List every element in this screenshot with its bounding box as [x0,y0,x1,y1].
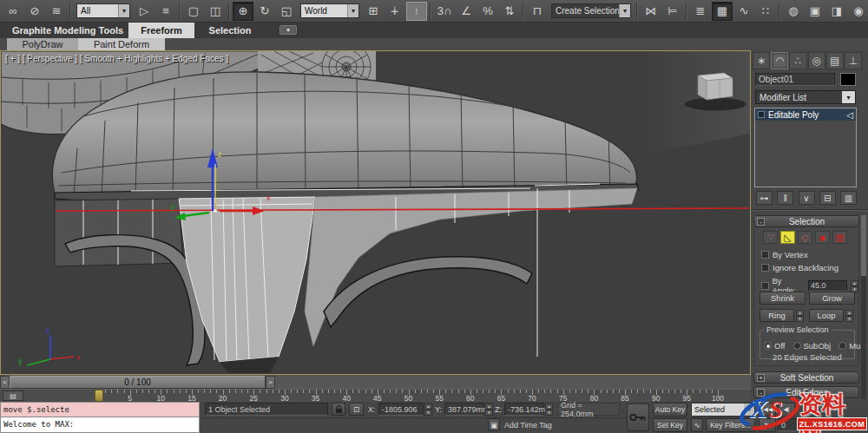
default-tangent-button[interactable]: ∿ [691,418,703,432]
spinner-snap-icon[interactable]: ⇅ [499,2,520,21]
modifier-list-dropdown[interactable]: Modifier List ▾ [755,90,856,104]
select-and-link-icon[interactable]: ∞ [3,2,23,21]
collapse-icon[interactable]: - [757,218,765,226]
spinner-up-icon[interactable]: ▴ [485,403,493,410]
spinner-down-icon[interactable]: ▾ [424,410,432,416]
ring-button[interactable]: Ring [760,309,794,322]
motion-tab[interactable]: ◎ [808,52,825,69]
select-by-name-icon[interactable]: ≡ [155,2,176,21]
y-coordinate-field[interactable]: 387.079mm [444,403,484,416]
bind-to-space-warp-icon[interactable]: ≋ [46,2,67,21]
render-setup-icon[interactable]: ▣ [805,2,825,21]
polygon-subobject-icon[interactable]: ■ [815,231,830,244]
select-and-manipulate-icon[interactable]: ∔ [385,2,405,21]
time-slider-handle[interactable] [95,390,103,402]
set-keys-button[interactable] [627,403,649,431]
spinner[interactable]: ▴▾ [424,403,432,415]
grow-button[interactable]: Grow [809,292,855,305]
snaps-toggle-icon[interactable]: 3∩ [434,2,455,21]
show-in-viewport-icon[interactable]: ◁ [846,110,853,120]
viewport-canvas[interactable]: z x y z x y [1,51,750,374]
show-end-result-icon[interactable]: ‖ [777,191,793,205]
configure-modifier-sets-icon[interactable]: ▥ [840,191,857,205]
ignore-backfacing-checkbox[interactable] [761,264,769,272]
spinner[interactable]: ▴▾ [845,310,853,321]
select-and-move-icon[interactable]: ⊕ [233,2,253,21]
ribbon-panel-tab-paint-deform[interactable]: Paint Deform [78,38,165,50]
ribbon-tab-freeform[interactable]: Freeform [128,23,194,38]
rollout-selection[interactable]: - Selection [753,215,859,227]
rect-selection-region-icon[interactable]: ▢ [183,2,204,21]
maxscript-listener-line1[interactable]: move $.selecte [0,402,200,417]
chevron-down-icon[interactable]: ▾ [842,91,855,103]
perspective-viewport[interactable]: [ + ] [ Perspective ] [ Smooth + Highlig… [0,50,751,375]
spinner-down-icon[interactable]: ▾ [485,410,493,416]
pin-stack-icon[interactable]: ⊶ [756,191,773,205]
layer-manager-icon[interactable]: ≣ [690,2,711,21]
rendered-frame-icon[interactable]: ◨ [826,2,847,21]
z-coordinate-field[interactable]: -736.142m [504,403,544,416]
material-editor-icon[interactable]: ◍ [783,2,804,21]
graphite-ribbon-toggle-icon[interactable]: ▦ [712,2,733,21]
viewport-label[interactable]: [ + ] [ Perspective ] [ Smooth + Highlig… [5,54,228,63]
by-vertex-checkbox[interactable] [761,251,769,259]
render-production-icon[interactable]: ◉ [848,2,868,21]
chevron-down-icon[interactable]: ▾ [118,4,129,17]
percent-snap-icon[interactable]: % [477,2,498,21]
previous-frame-arrow[interactable]: < [0,376,10,389]
maxscript-listener-line2[interactable]: Welcome to MAX: [0,417,200,433]
remove-modifier-icon[interactable]: ⊟ [819,191,836,205]
spinner[interactable]: ▴▾ [851,280,858,292]
time-slider[interactable]: 0 / 100 [10,376,266,389]
spinner-up-icon[interactable]: ▴ [424,403,432,410]
angle-snap-icon[interactable]: ∠ [456,2,477,21]
add-time-tag[interactable]: Add Time Tag [504,421,552,430]
chevron-down-icon[interactable]: ▾ [619,4,630,17]
track-bar[interactable]: ▤ 05101520253035404550556065707580859095… [0,389,751,402]
spinner-up-icon[interactable]: ▴ [545,403,553,410]
spinner[interactable]: ▴▾ [545,403,553,415]
chevron-down-icon[interactable]: ▾ [347,4,358,17]
ribbon-tab-graphite-modeling-tools[interactable]: Graphite Modeling Tools [7,23,128,38]
spinner[interactable]: ▴▾ [485,403,493,415]
modifier-stack[interactable]: Editable Poly◁ [754,108,857,187]
x-coordinate-field[interactable]: -1805.906 [378,403,424,416]
preview-radio-off[interactable]: Off [764,341,786,351]
modifier-stack-item[interactable]: Editable Poly◁ [755,108,856,121]
by-vertex-row[interactable]: By Vertex [761,250,808,259]
ribbon-tab-selection[interactable]: Selection [194,23,266,38]
auto-key-button[interactable]: Auto Key [653,403,687,417]
curve-editor-icon[interactable]: ∿ [733,2,754,21]
radio-icon[interactable] [764,342,772,350]
spinner-down-icon[interactable]: ▾ [796,316,804,322]
select-and-scale-icon[interactable]: ◱ [276,2,297,21]
align-icon[interactable]: ⊨ [662,2,683,21]
by-angle-checkbox[interactable] [761,282,769,290]
preview-radio-subobj[interactable]: SubObj [793,341,832,351]
display-tab[interactable]: ▤ [826,52,844,69]
rollout-soft-selection[interactable]: +Soft Selection [753,371,859,384]
border-subobject-icon[interactable]: ◇ [798,231,812,244]
loop-button[interactable]: Loop [809,309,844,322]
spinner-down-icon[interactable]: ▾ [545,410,553,416]
shrink-button[interactable]: Shrink [760,292,806,305]
unlink-selection-icon[interactable]: ⊘ [24,2,45,21]
object-color-swatch[interactable] [840,73,856,86]
hierarchy-tab[interactable]: ∴ [789,52,806,69]
spinner-up-icon[interactable]: ▴ [796,310,804,316]
vertex-subobject-icon[interactable]: ∵ [763,231,778,244]
modify-tab[interactable]: ◠ [771,52,788,69]
spinner-up-icon[interactable]: ▴ [845,310,853,316]
scrollbar-thumb[interactable] [861,215,866,276]
collapse-icon[interactable]: + [757,374,765,382]
time-tag-icon[interactable]: ▣ [488,418,500,431]
reference-coordinate-dropdown[interactable]: World▾ [300,3,359,18]
element-subobject-icon[interactable]: ▧ [832,231,847,244]
schematic-view-icon[interactable]: ∷ [755,2,776,21]
radio-icon[interactable] [838,342,846,350]
ribbon-panel-tab-polydraw[interactable]: PolyDraw [7,38,78,50]
radio-icon[interactable] [793,342,801,350]
object-name-field[interactable]: Object01 [755,73,835,86]
create-tab[interactable]: ∗ [753,52,770,69]
edit-named-selection-sets-icon[interactable]: ⊓ [527,2,548,21]
